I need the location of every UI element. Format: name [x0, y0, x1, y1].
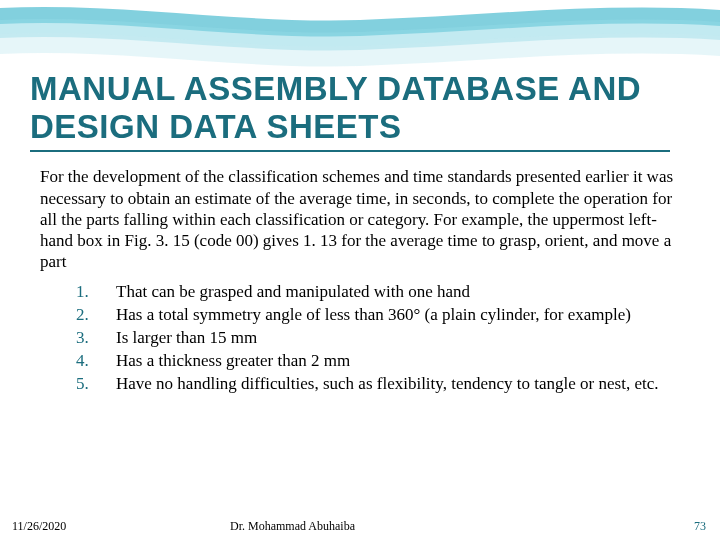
slide-content: MANUAL ASSEMBLY DATABASE AND DESIGN DATA… [0, 0, 720, 395]
list-item: 1. That can be grasped and manipulated w… [70, 281, 680, 303]
intro-paragraph: For the development of the classificatio… [40, 166, 680, 272]
list-number: 5. [70, 373, 116, 395]
list-item: 2. Has a total symmetry angle of less th… [70, 304, 680, 326]
list-text: That can be grasped and manipulated with… [116, 281, 680, 303]
list-item: 4. Has a thickness greater than 2 mm [70, 350, 680, 372]
footer-author: Dr. Mohammad Abuhaiba [230, 519, 355, 534]
list-text: Has a total symmetry angle of less than … [116, 304, 680, 326]
footer-date: 11/26/2020 [12, 519, 66, 534]
slide-title: MANUAL ASSEMBLY DATABASE AND DESIGN DATA… [30, 70, 690, 146]
list-number: 1. [70, 281, 116, 303]
numbered-list: 1. That can be grasped and manipulated w… [70, 281, 680, 395]
list-item: 3. Is larger than 15 mm [70, 327, 680, 349]
list-number: 2. [70, 304, 116, 326]
list-text: Have no handling difficulties, such as f… [116, 373, 680, 395]
footer-page-number: 73 [694, 519, 706, 534]
list-item: 5. Have no handling difficulties, such a… [70, 373, 680, 395]
list-text: Is larger than 15 mm [116, 327, 680, 349]
list-text: Has a thickness greater than 2 mm [116, 350, 680, 372]
list-number: 4. [70, 350, 116, 372]
title-underline [30, 150, 670, 153]
list-number: 3. [70, 327, 116, 349]
